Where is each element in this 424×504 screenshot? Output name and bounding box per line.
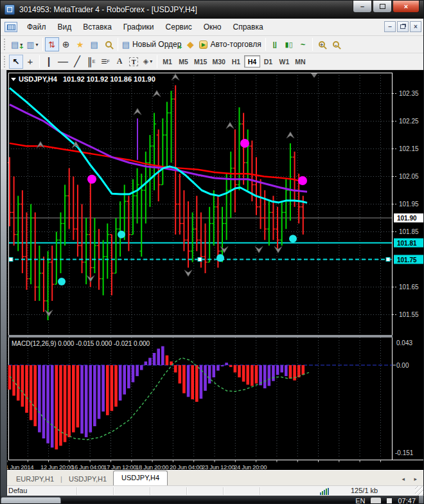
order-icon: ▤ [122, 40, 130, 50]
timeframe-d1[interactable]: D1 [260, 55, 276, 68]
expert-advisors-button[interactable]: ◆ [183, 37, 197, 51]
crosshair-tool-button[interactable]: + [23, 55, 37, 69]
drawing-toolbar: ↖ + | — ╱ ∥E ≡F A T ◈▾ M1M5M15M30H1H4D1W… [1, 53, 424, 70]
svg-text:20 Jun 04:00: 20 Jun 04:00 [170, 464, 202, 470]
chart-tab-usdjpy-h1[interactable]: USDJPY,H1 [62, 473, 113, 485]
close-button[interactable]: × [393, 1, 420, 13]
keyboard-icon[interactable] [371, 498, 381, 504]
dropdown-icon: ▾ [150, 59, 152, 64]
candle-chart-mode-button[interactable]: ▮▯ [282, 37, 296, 51]
candle-chart-icon: ▮▯ [285, 40, 293, 49]
window-title: 3014953: MetaTrader 4 - RoboForex - [USD… [19, 5, 197, 14]
tick-chart-button[interactable]: ⇅ [45, 37, 59, 51]
child-minimize-button[interactable]: – [384, 21, 396, 32]
price-and-macd-chart[interactable]: USDJPY,H4101.92 101.92 101.86 101.90102.… [1, 70, 424, 470]
timeframe-m30[interactable]: M30 [209, 55, 227, 68]
hline-icon: — [58, 56, 68, 68]
menu-item-view[interactable]: Вид [52, 20, 78, 34]
channel-icon: ∥ [87, 55, 93, 68]
line-handle [386, 258, 390, 262]
menu-item-help[interactable]: Справка [227, 20, 269, 34]
line-handle [9, 258, 13, 262]
svg-text:101.55: 101.55 [399, 311, 419, 318]
data-window-button[interactable]: ▤ [87, 37, 102, 51]
line-chart-mode-button[interactable]: ~ [296, 37, 310, 51]
autotrade-label: Авто-торговля [210, 40, 261, 49]
equidistant-channel-button[interactable]: ∥E [84, 55, 98, 69]
svg-text:12 Jun 20:00: 12 Jun 20:00 [40, 464, 73, 470]
text-icon: A [117, 57, 123, 66]
tray-icon[interactable] [387, 498, 392, 503]
zoom-out-button[interactable]: - [329, 37, 343, 51]
trendline-button[interactable]: ╱ [70, 55, 84, 69]
line-chart-icon: ~ [301, 41, 306, 48]
new-order-button[interactable]: ▤+Новый Ордер [120, 37, 184, 51]
bar-chart-mode-button[interactable]: |̩| [268, 37, 282, 51]
line-handle [198, 258, 202, 262]
arrows-tool-button[interactable]: ◈▾ [141, 55, 155, 69]
new-chart-button[interactable]: ▤+▾ [9, 37, 24, 51]
fibonacci-icon: ≡ [101, 56, 107, 68]
menu-item-charts[interactable]: Графики [118, 20, 160, 34]
timeframe-m1[interactable]: M1 [159, 55, 175, 68]
zoom-in-button[interactable]: + [315, 37, 329, 51]
windows-taskbar: EN 07:47 [1, 496, 424, 504]
text-label-button[interactable]: T [127, 55, 141, 69]
timeframe-m5[interactable]: M5 [175, 55, 191, 68]
show-desktop-button[interactable] [418, 496, 424, 504]
auto-trading-button[interactable]: ▶Авто-торговля [197, 37, 263, 51]
svg-text:102.25: 102.25 [399, 118, 419, 125]
menu-item-file[interactable]: Файл [21, 20, 52, 34]
macd-scale-max: 0.043 [396, 339, 412, 346]
svg-text:101.81: 101.81 [397, 240, 417, 247]
macd-scale-min: -0.151 [395, 449, 414, 456]
chart-area[interactable]: USDJPY,H4101.92 101.92 101.86 101.90102.… [1, 70, 424, 470]
menu-item-insert[interactable]: Вставка [77, 20, 118, 34]
cursor-tool-button[interactable]: ↖ [9, 55, 23, 69]
magenta-signal-dot [87, 175, 96, 184]
maximize-button[interactable] [373, 1, 392, 13]
timeframe-m15[interactable]: M15 [191, 55, 209, 68]
svg-text:101.65: 101.65 [399, 284, 419, 291]
autotrade-icon: ▶ [199, 40, 208, 49]
title-bar: 3014953: MetaTrader 4 - RoboForex - [USD… [1, 1, 424, 19]
minimize-button[interactable]: – [353, 1, 372, 13]
crosshair-target-button[interactable]: ⊕ [59, 37, 73, 51]
tab-scroll-arrows[interactable]: ◂ ▸ [402, 476, 421, 482]
left-scrollbar[interactable] [1, 70, 7, 496]
bar-chart-icon: |̩| [273, 41, 277, 48]
strategy-tester-button[interactable] [102, 37, 116, 51]
menu-item-service[interactable]: Сервис [160, 20, 198, 34]
fibonacci-button[interactable]: ≡F [98, 55, 112, 69]
star-icon: ★ [76, 40, 84, 50]
timeframe-mn[interactable]: MN [292, 55, 308, 68]
timeframe-h1[interactable]: H1 [228, 55, 244, 68]
menu-item-window[interactable]: Окно [198, 20, 227, 34]
status-bar: Defau 125/1 kb [1, 485, 424, 496]
child-close-button[interactable]: × [410, 21, 421, 32]
magenta-signal-dot [298, 176, 307, 185]
vertical-line-button[interactable]: | [42, 55, 56, 69]
separator [312, 38, 313, 51]
text-label-icon: T [129, 57, 138, 66]
taskbar-window-button[interactable] [1, 497, 61, 504]
cyan-signal-dot [216, 254, 224, 262]
separator [118, 38, 118, 51]
macd-scale-zero: 0.00 [396, 362, 409, 369]
child-restore-button[interactable] [397, 21, 409, 32]
profiles-button[interactable]: ▥▾ [24, 37, 40, 51]
resize-grip[interactable] [415, 486, 424, 496]
clock: 07:47 [398, 497, 416, 504]
timeframe-h4[interactable]: H4 [244, 55, 260, 68]
timeframe-w1[interactable]: W1 [276, 55, 292, 68]
chart-tab-usdjpy-h4[interactable]: USDJPY,H4 [113, 471, 168, 485]
chart-tab-eurjpy-h1[interactable]: EURJPY,H1 [10, 473, 60, 485]
svg-text:101.90: 101.90 [397, 215, 417, 222]
language-indicator[interactable]: EN [355, 497, 365, 504]
cursor-icon: ↖ [13, 57, 20, 66]
text-tool-button[interactable]: A [112, 55, 127, 69]
favorites-button[interactable]: ★ [73, 37, 87, 51]
horizontal-line-button[interactable]: — [56, 55, 70, 69]
dropdown-icon: ▾ [36, 42, 39, 48]
magnifier-chart-icon [105, 41, 112, 48]
